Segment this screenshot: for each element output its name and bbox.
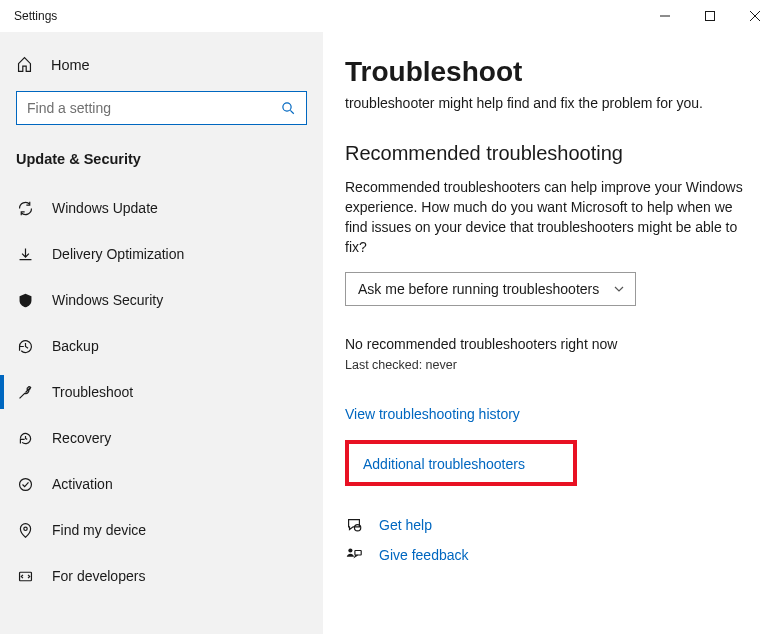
chat-icon [345, 516, 363, 534]
home-icon [16, 56, 33, 73]
last-checked-text: Last checked: never [345, 358, 755, 372]
give-feedback-link: Give feedback [379, 547, 469, 563]
sidebar-item-label: Recovery [52, 430, 111, 446]
svg-point-10 [348, 548, 352, 552]
nav-list: Windows Update Delivery Optimization Win… [0, 185, 323, 599]
wrench-icon [16, 384, 34, 401]
feedback-icon [345, 546, 363, 564]
sidebar-item-find-my-device[interactable]: Find my device [0, 507, 323, 553]
developer-icon [16, 568, 34, 585]
sidebar-item-label: Windows Security [52, 292, 163, 308]
category-header: Update & Security [0, 141, 323, 185]
location-icon [16, 522, 34, 539]
content: Home Update & Security Windows Update De… [0, 32, 777, 634]
sidebar-item-troubleshoot[interactable]: Troubleshoot [0, 369, 323, 415]
give-feedback-row[interactable]: Give feedback [345, 540, 755, 570]
sidebar-item-backup[interactable]: Backup [0, 323, 323, 369]
search-input[interactable] [27, 100, 281, 116]
get-help-link: Get help [379, 517, 432, 533]
sidebar-item-label: Windows Update [52, 200, 158, 216]
get-help-row[interactable]: Get help [345, 510, 755, 540]
svg-point-9 [354, 524, 360, 530]
main-panel: Troubleshoot troubleshooter might help f… [323, 32, 777, 634]
dropdown-value: Ask me before running troubleshooters [358, 281, 599, 297]
titlebar: Settings [0, 0, 777, 32]
sidebar-item-activation[interactable]: Activation [0, 461, 323, 507]
shield-icon [16, 292, 34, 309]
sidebar-item-label: Find my device [52, 522, 146, 538]
history-link[interactable]: View troubleshooting history [345, 406, 520, 422]
recommended-body: Recommended troubleshooters can help imp… [345, 177, 755, 258]
recommended-dropdown[interactable]: Ask me before running troubleshooters [345, 272, 636, 306]
sidebar-item-for-developers[interactable]: For developers [0, 553, 323, 599]
home-item[interactable]: Home [0, 46, 323, 83]
sidebar-item-label: For developers [52, 568, 145, 584]
no-recommended-text: No recommended troubleshooters right now [345, 336, 755, 352]
chevron-down-icon [613, 283, 625, 295]
download-icon [16, 246, 34, 263]
recovery-icon [16, 430, 34, 447]
search-icon [281, 101, 296, 116]
home-label: Home [51, 57, 90, 73]
minimize-button[interactable] [642, 0, 687, 32]
svg-rect-1 [705, 12, 714, 21]
svg-point-7 [23, 527, 26, 530]
additional-troubleshooters-highlight: Additional troubleshooters [345, 440, 577, 486]
window-title: Settings [14, 9, 57, 23]
intro-text: troubleshooter might help find and fix t… [345, 94, 755, 114]
svg-point-6 [19, 478, 31, 490]
sidebar-item-windows-update[interactable]: Windows Update [0, 185, 323, 231]
sidebar-item-delivery-optimization[interactable]: Delivery Optimization [0, 231, 323, 277]
close-button[interactable] [732, 0, 777, 32]
search-box[interactable] [16, 91, 307, 125]
sidebar: Home Update & Security Windows Update De… [0, 32, 323, 634]
sidebar-item-windows-security[interactable]: Windows Security [0, 277, 323, 323]
recommended-heading: Recommended troubleshooting [345, 142, 755, 165]
sidebar-item-label: Troubleshoot [52, 384, 133, 400]
svg-point-4 [283, 102, 291, 110]
page-title: Troubleshoot [345, 56, 755, 88]
check-circle-icon [16, 476, 34, 493]
sidebar-item-label: Activation [52, 476, 113, 492]
sidebar-item-label: Backup [52, 338, 99, 354]
additional-troubleshooters-link[interactable]: Additional troubleshooters [363, 456, 525, 472]
sidebar-item-label: Delivery Optimization [52, 246, 184, 262]
maximize-button[interactable] [687, 0, 732, 32]
sidebar-item-recovery[interactable]: Recovery [0, 415, 323, 461]
svg-rect-11 [355, 550, 361, 555]
history-icon [16, 338, 34, 355]
svg-line-5 [290, 110, 293, 113]
sync-icon [16, 200, 34, 217]
